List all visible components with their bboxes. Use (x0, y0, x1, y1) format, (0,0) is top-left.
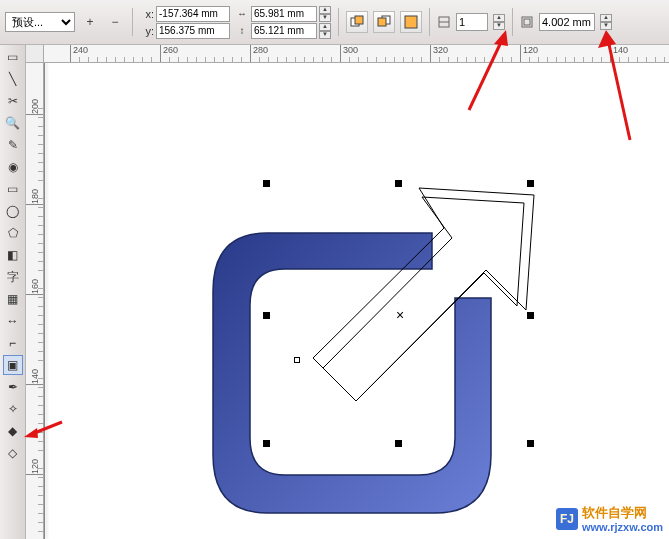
height-input[interactable] (251, 23, 317, 39)
table-tool[interactable]: ▦ (3, 289, 23, 309)
size-block: ↔ ▲▼ ↕ ▲▼ (235, 6, 331, 39)
watermark: FJ 软件自学网 www.rjzxw.com (556, 504, 663, 533)
divider (429, 8, 430, 36)
x-input[interactable] (156, 6, 230, 22)
to-front-button[interactable] (346, 11, 368, 33)
selection-handle[interactable] (527, 180, 534, 187)
selection-handle[interactable] (395, 440, 402, 447)
steps-spinner[interactable]: ▲▼ (493, 14, 505, 30)
y-label: y: (140, 25, 154, 37)
y-input[interactable] (156, 23, 230, 39)
effects-tool[interactable]: ▣ (3, 355, 23, 375)
interactive-fill[interactable]: ◇ (3, 443, 23, 463)
text-tool[interactable]: 字 (3, 267, 23, 287)
selection-handle[interactable] (527, 440, 534, 447)
height-spinner[interactable]: ▲▼ (319, 23, 331, 39)
selection-handle[interactable] (263, 180, 270, 187)
remove-preset-icon[interactable]: − (105, 12, 125, 32)
svg-rect-4 (405, 16, 417, 28)
arrange-button[interactable] (400, 11, 422, 33)
x-label: x: (140, 8, 154, 20)
eyedropper-tool[interactable]: ✒ (3, 377, 23, 397)
canvas[interactable]: × FJ 软件自学网 www.rjzxw.com (44, 63, 669, 539)
preset-select[interactable]: 预设... (5, 12, 75, 32)
fill-tool[interactable]: ◆ (3, 421, 23, 441)
ruler-corner (26, 45, 44, 63)
ellipse-tool[interactable]: ◯ (3, 201, 23, 221)
rectangle-tool[interactable]: ▭ (3, 179, 23, 199)
connector-tool[interactable]: ⌐ (3, 333, 23, 353)
steps-icon (437, 15, 451, 29)
divider (132, 8, 133, 36)
shape-tool[interactable]: ╲ (3, 69, 23, 89)
width-input[interactable] (251, 6, 317, 22)
page-edge (44, 63, 45, 539)
horizontal-ruler: 240260280300320120140 (26, 45, 669, 63)
origin-marker (294, 357, 300, 363)
crop-tool[interactable]: ✂ (3, 91, 23, 111)
width-spinner[interactable]: ▲▼ (319, 6, 331, 22)
dimension-tool[interactable]: ↔ (3, 311, 23, 331)
offset-input[interactable] (539, 13, 595, 31)
outline-tool[interactable]: ✧ (3, 399, 23, 419)
offset-spinner[interactable]: ▲▼ (600, 14, 612, 30)
vertical-ruler: 200180160140120100 (26, 63, 44, 539)
basic-shapes-tool[interactable]: ◧ (3, 245, 23, 265)
divider (512, 8, 513, 36)
arrow-outline-shape[interactable] (264, 173, 554, 463)
offset-icon (520, 15, 534, 29)
svg-rect-1 (355, 16, 363, 24)
selection-handle[interactable] (395, 180, 402, 187)
width-icon: ↔ (235, 7, 249, 21)
zoom-tool[interactable]: 🔍 (3, 113, 23, 133)
selection-handle[interactable] (527, 312, 534, 319)
add-preset-icon[interactable]: + (80, 12, 100, 32)
svg-rect-8 (524, 19, 530, 25)
left-toolbox: ▭╲✂🔍✎◉▭◯⬠◧字▦↔⌐▣✒✧◆◇ (0, 45, 26, 539)
pick-tool[interactable]: ▭ (3, 47, 23, 67)
steps-input[interactable] (456, 13, 488, 31)
selection-center-icon: × (396, 307, 404, 323)
freehand-tool[interactable]: ✎ (3, 135, 23, 155)
top-toolbar: 预设... + − x: y: ↔ ▲▼ ↕ ▲▼ (0, 0, 669, 45)
selection-handle[interactable] (263, 312, 270, 319)
smart-fill-tool[interactable]: ◉ (3, 157, 23, 177)
selection-handle[interactable] (263, 440, 270, 447)
position-block: x: y: (140, 6, 230, 39)
watermark-logo: FJ (556, 508, 578, 530)
svg-rect-3 (378, 18, 386, 26)
polygon-tool[interactable]: ⬠ (3, 223, 23, 243)
divider (338, 8, 339, 36)
watermark-url: www.rjzxw.com (582, 522, 663, 533)
height-icon: ↕ (235, 24, 249, 38)
watermark-title: 软件自学网 (582, 505, 647, 520)
to-back-button[interactable] (373, 11, 395, 33)
